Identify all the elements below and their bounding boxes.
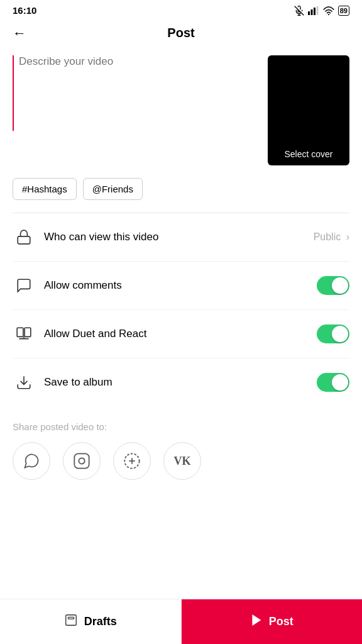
- svg-rect-17: [65, 615, 76, 626]
- wifi-icon: [323, 6, 334, 15]
- description-area: Select cover: [0, 48, 362, 173]
- svg-point-7: [328, 13, 329, 14]
- header: ← Post: [0, 18, 362, 48]
- who-can-view-value: Public ›: [314, 231, 349, 243]
- setting-who-can-view[interactable]: Who can view this video Public ›: [13, 213, 349, 262]
- svg-rect-3: [308, 11, 310, 15]
- signal-icon: [308, 6, 319, 15]
- whatsapp-icon: [23, 452, 40, 470]
- tiktok-add-button[interactable]: [113, 442, 151, 480]
- svg-rect-4: [310, 9, 312, 15]
- setting-save-album: Save to album: [13, 358, 349, 406]
- add-circle-icon: [123, 452, 141, 470]
- save-album-label: Save to album: [44, 376, 317, 389]
- share-label: Share posted video to:: [13, 421, 349, 432]
- save-album-toggle[interactable]: [317, 373, 349, 392]
- status-bar: 16:10 89: [0, 0, 362, 18]
- allow-duet-label: Allow Duet and React: [44, 328, 317, 340]
- setting-allow-comments: Allow comments: [13, 262, 349, 310]
- instagram-icon: [73, 452, 90, 470]
- svg-rect-10: [25, 328, 31, 336]
- friends-button[interactable]: @Friends: [83, 178, 143, 200]
- mute-icon: [294, 6, 304, 16]
- status-icons: 89: [294, 6, 349, 16]
- lock-icon: [13, 226, 35, 248]
- post-label: Post: [269, 615, 293, 628]
- allow-comments-toggle[interactable]: [317, 276, 349, 295]
- cover-label: Select cover: [284, 149, 332, 159]
- drafts-label: Drafts: [84, 615, 117, 628]
- svg-rect-18: [68, 617, 74, 619]
- allow-duet-toggle[interactable]: [317, 325, 349, 343]
- post-icon: [250, 614, 263, 630]
- vk-button[interactable]: VK: [163, 442, 201, 480]
- drafts-button[interactable]: Drafts: [0, 599, 182, 644]
- post-button[interactable]: Post: [182, 599, 363, 644]
- chevron-icon: ›: [346, 231, 349, 243]
- download-icon: [13, 371, 35, 394]
- comment-icon: [13, 274, 35, 297]
- description-left: [13, 55, 260, 165]
- page-title: Post: [167, 26, 194, 40]
- svg-rect-8: [18, 236, 30, 244]
- setting-allow-duet: Allow Duet and React: [13, 310, 349, 358]
- svg-rect-12: [74, 453, 89, 468]
- whatsapp-button[interactable]: [13, 442, 50, 480]
- allow-comments-label: Allow comments: [44, 279, 317, 292]
- share-icons-row: VK: [13, 442, 349, 480]
- svg-rect-6: [316, 6, 318, 15]
- who-can-view-label: Who can view this video: [44, 231, 314, 243]
- tags-row: #Hashtags @Friends: [0, 173, 362, 213]
- battery-icon: 89: [338, 6, 349, 16]
- svg-rect-5: [314, 8, 315, 15]
- share-section: Share posted video to: VK: [0, 406, 362, 490]
- svg-rect-9: [17, 328, 23, 336]
- drafts-icon: [64, 613, 78, 630]
- time: 16:10: [13, 5, 36, 16]
- cover-thumbnail[interactable]: Select cover: [268, 55, 349, 165]
- vk-icon: VK: [174, 455, 191, 468]
- settings-section: Who can view this video Public › Allow c…: [0, 213, 362, 406]
- duet-icon: [13, 323, 35, 345]
- description-input[interactable]: [13, 55, 260, 131]
- instagram-button[interactable]: [63, 442, 101, 480]
- back-button[interactable]: ←: [13, 25, 26, 42]
- bottom-bar: Drafts Post: [0, 599, 362, 644]
- hashtags-button[interactable]: #Hashtags: [13, 178, 77, 200]
